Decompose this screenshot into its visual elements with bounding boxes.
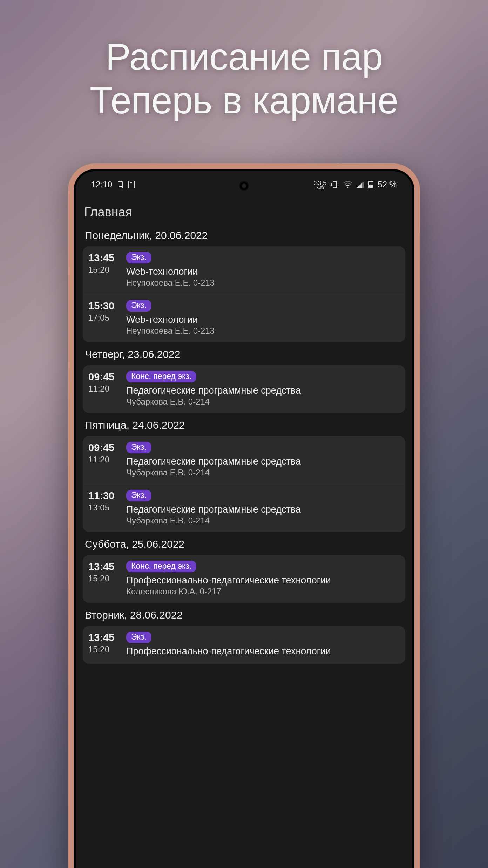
day-header: Вторник, 28.06.2022: [83, 604, 405, 626]
lesson-title: Web-технологии: [126, 266, 400, 277]
lesson-title: Педагогические программные средства: [126, 456, 400, 467]
lesson-subtitle: Неупокоева Е.Е. 0-213: [126, 278, 400, 288]
battery-icon: [368, 181, 373, 188]
lesson-row[interactable]: 13:4515:20Экз.Web-технологииНеупокоева Е…: [83, 246, 405, 294]
lesson-content: Экз.Профессионально-педагогические техно…: [126, 632, 400, 657]
svg-rect-13: [369, 185, 373, 188]
time-column: 13:4515:20: [88, 252, 118, 288]
time-end: 13:05: [88, 503, 118, 513]
page-title: Главная: [83, 205, 405, 220]
day-card: 13:4515:20Конс. перед экз.Профессиональн…: [83, 555, 405, 603]
lesson-row[interactable]: 11:3013:05Экз.Педагогические программные…: [83, 484, 405, 532]
day-group: Вторник, 28.06.202213:4515:20Экз.Професс…: [83, 604, 405, 664]
day-group: Четверг, 23.06.202209:4511:20Конс. перед…: [83, 343, 405, 413]
time-start: 13:45: [88, 252, 118, 264]
day-card: 09:4511:20Конс. перед экз.Педагогические…: [83, 365, 405, 413]
day-group: Пятница, 24.06.202209:4511:20Экз.Педагог…: [83, 414, 405, 532]
time-column: 09:4511:20: [88, 442, 118, 478]
svg-rect-5: [333, 181, 337, 188]
time-end: 15:20: [88, 645, 118, 654]
status-time: 12:10: [91, 180, 112, 189]
svg-rect-1: [118, 182, 123, 188]
time-end: 17:05: [88, 313, 118, 323]
time-end: 15:20: [88, 574, 118, 583]
lesson-title: Педагогические программные средства: [126, 385, 400, 396]
lesson-type-badge: Экз.: [126, 442, 151, 453]
lesson-content: Конс. перед экз.Педагогические программн…: [126, 371, 400, 407]
camera-notch: [239, 181, 249, 191]
lesson-type-badge: Конс. перед экз.: [126, 561, 196, 572]
time-column: 13:4515:20: [88, 561, 118, 596]
svg-rect-3: [128, 181, 135, 188]
promo-line-2: Теперь в кармане: [0, 79, 488, 122]
vibrate-icon: [331, 181, 339, 188]
network-speed: 33,5 KB/S: [314, 180, 326, 189]
lesson-title: Профессионально-педагогические технологи…: [126, 575, 400, 586]
time-end: 11:20: [88, 384, 118, 394]
promo-line-1: Расписание пар: [0, 35, 488, 79]
lesson-content: Экз.Web-технологииНеупокоева Е.Е. 0-213: [126, 252, 400, 288]
time-start: 15:30: [88, 300, 118, 312]
svg-rect-2: [119, 186, 122, 187]
card-icon: [128, 181, 135, 188]
lesson-subtitle: Чубаркова Е.В. 0-214: [126, 516, 400, 526]
lesson-row[interactable]: 13:4515:20Экз.Профессионально-педагогиче…: [83, 626, 405, 664]
signal-icon: [357, 181, 364, 188]
time-end: 15:20: [88, 265, 118, 275]
time-start: 09:45: [88, 442, 118, 454]
time-start: 13:45: [88, 561, 118, 573]
lesson-content: Экз.Web-технологииНеупокоева Е.Е. 0-213: [126, 300, 400, 336]
lesson-type-badge: Экз.: [126, 252, 151, 263]
lesson-type-badge: Экз.: [126, 490, 151, 501]
day-card: 13:4515:20Экз.Web-технологииНеупокоева Е…: [83, 246, 405, 342]
lesson-row[interactable]: 13:4515:20Конс. перед экз.Профессиональн…: [83, 555, 405, 603]
lesson-row[interactable]: 09:4511:20Экз.Педагогические программные…: [83, 436, 405, 484]
phone-frame: 12:10 33,5 KB/S: [68, 163, 420, 868]
time-start: 13:45: [88, 632, 118, 644]
lesson-row[interactable]: 09:4511:20Конс. перед экз.Педагогические…: [83, 365, 405, 413]
day-card: 09:4511:20Экз.Педагогические программные…: [83, 436, 405, 532]
lesson-type-badge: Конс. перед экз.: [126, 371, 196, 382]
time-column: 15:3017:05: [88, 300, 118, 336]
lesson-subtitle: Колесникова Ю.А. 0-217: [126, 587, 400, 596]
lesson-title: Профессионально-педагогические технологи…: [126, 646, 400, 657]
lesson-title: Web-технологии: [126, 314, 400, 325]
svg-point-10: [347, 187, 348, 188]
lesson-row[interactable]: 15:3017:05Экз.Web-технологииНеупокоева Е…: [83, 294, 405, 342]
time-start: 11:30: [88, 490, 118, 502]
day-header: Суббота, 25.06.2022: [83, 533, 405, 555]
lesson-content: Экз.Педагогические программные средстваЧ…: [126, 490, 400, 526]
day-card: 13:4515:20Экз.Профессионально-педагогиче…: [83, 626, 405, 664]
battery-small-icon: [118, 181, 123, 188]
phone-screen: 12:10 33,5 KB/S: [76, 171, 412, 868]
lesson-content: Экз.Педагогические программные средстваЧ…: [126, 442, 400, 478]
time-column: 09:4511:20: [88, 371, 118, 407]
day-group: Суббота, 25.06.202213:4515:20Конс. перед…: [83, 533, 405, 603]
day-group: Понедельник, 20.06.202213:4515:20Экз.Web…: [83, 229, 405, 342]
time-column: 13:4515:20: [88, 632, 118, 657]
svg-rect-4: [130, 182, 132, 183]
wifi-icon: [343, 181, 352, 188]
battery-percent: 52 %: [378, 180, 397, 189]
lesson-subtitle: Неупокоева Е.Е. 0-213: [126, 326, 400, 336]
promo-heading: Расписание пар Теперь в кармане: [0, 0, 488, 122]
time-start: 09:45: [88, 371, 118, 383]
lesson-content: Конс. перед экз.Профессионально-педагоги…: [126, 561, 400, 596]
lesson-subtitle: Чубаркова Е.В. 0-214: [126, 468, 400, 478]
time-column: 11:3013:05: [88, 490, 118, 526]
app-content[interactable]: Главная Понедельник, 20.06.202213:4515:2…: [76, 192, 412, 664]
lesson-type-badge: Экз.: [126, 632, 151, 643]
day-header: Четверг, 23.06.2022: [83, 343, 405, 365]
time-end: 11:20: [88, 455, 118, 465]
lesson-type-badge: Экз.: [126, 300, 151, 312]
day-header: Понедельник, 20.06.2022: [83, 229, 405, 246]
day-header: Пятница, 24.06.2022: [83, 414, 405, 436]
lesson-title: Педагогические программные средства: [126, 504, 400, 515]
lesson-subtitle: Чубаркова Е.В. 0-214: [126, 397, 400, 407]
